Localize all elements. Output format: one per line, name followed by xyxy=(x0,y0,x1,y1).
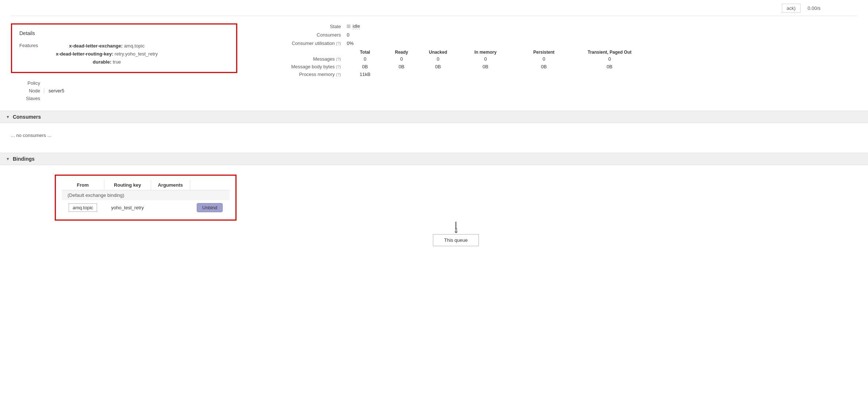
col-inmemory: In memory xyxy=(456,50,515,55)
body-unacked: 0B xyxy=(420,64,456,69)
col-ready: Ready xyxy=(383,50,420,55)
features-row: Features x-dead-letter-exchange: amq.top… xyxy=(19,42,229,66)
msg-persistent: 0 xyxy=(515,56,573,62)
bindings-section-header[interactable]: ▼ Bindings xyxy=(0,153,868,165)
features-label: Features xyxy=(19,42,49,66)
state-row: State idle xyxy=(252,23,857,29)
col-routing-key: Routing key xyxy=(104,180,151,190)
process-val: 11kB xyxy=(347,72,383,77)
features-values: x-dead-letter-exchange: amq.topic x-dead… xyxy=(56,42,158,66)
policy-label: Policy xyxy=(11,80,40,86)
node-value: server5 xyxy=(44,88,88,94)
consumers-section-title: Consumers xyxy=(13,114,41,120)
messages-cells: 0 0 0 0 0 0 xyxy=(347,56,646,62)
consumers-value: 0 xyxy=(347,32,349,38)
feature3-val: true xyxy=(113,59,121,65)
node-label: Node xyxy=(11,88,40,94)
rate-value: 0.00/s xyxy=(808,5,821,11)
body-row-label: Message body bytes (?) xyxy=(252,64,347,69)
feature1-key: x-dead-letter-exchange: xyxy=(69,43,123,49)
msg-unacked: 0 xyxy=(420,56,456,62)
unbind-button[interactable]: Unbind xyxy=(197,203,223,212)
col-unacked: Unacked xyxy=(420,50,456,55)
body-cells: 0B 0B 0B 0B 0B 0B xyxy=(347,64,646,69)
body-transient: 0B xyxy=(573,64,646,69)
bindings-table: From Routing key Arguments (Default exch… xyxy=(62,180,230,215)
feature1-val: amq.topic xyxy=(124,43,145,49)
body-persistent: 0B xyxy=(515,64,573,69)
default-exchange-label: (Default exchange binding) xyxy=(62,190,230,201)
feature2-val: retry.yoho_test_retry xyxy=(115,51,158,57)
msg-inmemory: 0 xyxy=(456,56,515,62)
process-cells: 11kB xyxy=(347,72,383,77)
arrow-lines: ⇓ xyxy=(453,222,459,234)
bindings-arrow-icon: ▼ xyxy=(6,157,10,161)
messages-data-row: Messages (?) 0 0 0 0 0 0 xyxy=(252,56,857,62)
messages-row-label: Messages (?) xyxy=(252,56,347,62)
body-question: (?) xyxy=(336,65,341,69)
body-total: 0B xyxy=(347,64,383,69)
consumer-util-value: 0% xyxy=(347,41,354,46)
binding-row: amq.topic yoho_test_retry Unbind xyxy=(62,200,230,215)
top-row-right: ack) 0.00/s xyxy=(782,4,857,13)
col-actions xyxy=(190,180,230,190)
consumers-section: ▼ Consumers ... no consumers ... xyxy=(11,111,857,145)
body-data-row: Message body bytes (?) 0B 0B 0B 0B 0B 0B xyxy=(252,64,857,69)
process-data-row: Process memory (?) 11kB xyxy=(252,72,857,77)
col-transient: Transient, Paged Out xyxy=(573,50,646,55)
left-panel: Details Features x-dead-letter-exchange:… xyxy=(11,23,237,103)
body-inmemory: 0B xyxy=(456,64,515,69)
col-headers: Total Ready Unacked In memory Persistent… xyxy=(347,50,646,55)
info-rows: Policy Node server5 Slaves xyxy=(11,80,237,101)
consumers-label: Consumers xyxy=(252,32,347,38)
consumer-util-label: Consumer utilisation (?) xyxy=(252,41,347,46)
feature3-key: durable: xyxy=(93,59,111,65)
right-panel: State idle Consumers 0 Consumer utilisat… xyxy=(252,23,857,103)
consumers-arrow-icon: ▼ xyxy=(6,115,10,119)
node-row: Node server5 xyxy=(11,88,237,94)
bindings-content: From Routing key Arguments (Default exch… xyxy=(11,171,857,250)
state-text: idle xyxy=(353,23,360,29)
top-row: ack) 0.00/s xyxy=(11,4,857,16)
exchange-cell: amq.topic xyxy=(62,200,104,215)
process-question: (?) xyxy=(336,72,341,77)
exchange-badge[interactable]: amq.topic xyxy=(69,203,97,212)
body-ready: 0B xyxy=(383,64,420,69)
consumer-util-question: (?) xyxy=(336,41,341,46)
msg-ready: 0 xyxy=(383,56,420,62)
state-value: idle xyxy=(347,23,360,29)
col-total: Total xyxy=(347,50,383,55)
state-label: State xyxy=(252,24,347,29)
feature1: x-dead-letter-exchange: amq.topic xyxy=(56,42,158,50)
state-dot xyxy=(347,24,350,28)
details-box: Details Features x-dead-letter-exchange:… xyxy=(11,23,237,73)
messages-table-wrapper: Total Ready Unacked In memory Persistent… xyxy=(252,50,857,77)
feature2-key: x-dead-letter-routing-key: xyxy=(56,51,113,57)
consumer-util-text: Consumer utilisation xyxy=(292,41,335,46)
col-arguments: Arguments xyxy=(151,180,190,190)
unbind-cell: Unbind xyxy=(190,200,230,215)
bindings-section: ▼ Bindings From Routing key Arguments xyxy=(11,153,857,250)
page-wrapper: ack) 0.00/s Details Features x-dead-lett… xyxy=(0,0,868,412)
main-content: Details Features x-dead-letter-exchange:… xyxy=(11,16,857,103)
arrow-container: ⇓ This queue xyxy=(55,222,857,246)
messages-header-row: Total Ready Unacked In memory Persistent… xyxy=(252,50,857,55)
messages-question: (?) xyxy=(336,57,341,61)
consumers-section-header[interactable]: ▼ Consumers xyxy=(0,111,868,123)
col-persistent: Persistent xyxy=(515,50,573,55)
feature3: durable: true xyxy=(56,58,158,66)
arrow-double-head-icon: ⇓ xyxy=(453,228,459,234)
routing-key-cell: yoho_test_retry xyxy=(104,200,151,215)
process-row-label: Process memory (?) xyxy=(252,72,347,77)
arguments-cell xyxy=(151,200,190,215)
default-exchange-row: (Default exchange binding) xyxy=(62,190,230,201)
slaves-row: Slaves xyxy=(11,96,237,101)
no-consumers-text: ... no consumers ... xyxy=(11,129,857,145)
feature2: x-dead-letter-routing-key: retry.yoho_te… xyxy=(56,50,158,58)
policy-row: Policy xyxy=(11,80,237,86)
this-queue-box: This queue xyxy=(433,234,479,246)
msg-total: 0 xyxy=(347,56,383,62)
details-title: Details xyxy=(19,30,229,36)
consumers-row: Consumers 0 xyxy=(252,32,857,38)
bindings-table-wrapper: From Routing key Arguments (Default exch… xyxy=(55,175,237,221)
